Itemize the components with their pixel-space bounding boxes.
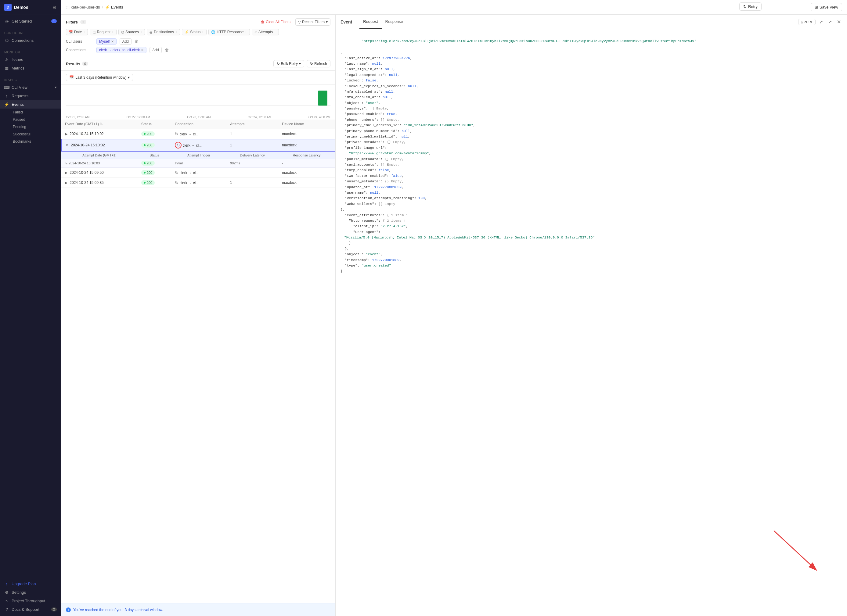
refresh-button[interactable]: ↻ Refresh (307, 60, 331, 68)
sidebar-item-metrics[interactable]: ▦ Metrics (0, 64, 61, 72)
events-bread-label: Events (111, 5, 123, 9)
sidebar-item-requests[interactable]: ↕ Requests (0, 91, 61, 100)
expand-row-button[interactable]: ▶ (65, 132, 68, 136)
sidebar-item-docs[interactable]: ? Docs & Support 2 (0, 605, 61, 613)
tab-response[interactable]: Response (382, 15, 407, 29)
sidebar-item-label: Events (12, 102, 24, 107)
expand-panel-button[interactable]: ⤢ (818, 18, 825, 26)
sub-table-header-row: Attempt Date (GMT+1) Status Attempt Trig… (61, 151, 335, 159)
bulk-retry-button[interactable]: ↻ Bulk Retry ▾ (273, 60, 304, 68)
close-panel-button[interactable]: ✕ (836, 18, 842, 26)
col-device: Device Name (278, 119, 335, 129)
expand-row-button[interactable]: ▶ (65, 171, 68, 175)
filter-pill-request[interactable]: ⬚ Request + (90, 29, 117, 35)
sidebar-item-events[interactable]: ⚡ Events (0, 100, 61, 109)
save-view-label: Save View (819, 5, 838, 9)
sidebar-item-label: Connections (12, 38, 34, 43)
breadcrumb-events: ⚡ Events (105, 5, 123, 9)
sidebar-item-get-started[interactable]: ◎ Get Started 1 (0, 17, 61, 25)
plus-icon: + (245, 30, 247, 34)
add-cli-user-button[interactable]: Add (120, 38, 131, 44)
delete-cli-filter-button[interactable]: 🗑 (134, 39, 139, 44)
sidebar-item-label: Get Started (12, 19, 32, 24)
table-row-expanded: ▼ 2024-10-24 15:10:02 200 ↻ (61, 139, 335, 151)
docs-badge: 2 (51, 607, 57, 612)
filter-pill-date[interactable]: 📅 Date + (66, 29, 88, 35)
add-connection-button[interactable]: Add (149, 47, 161, 53)
code-line: "phone_numbers": [] Empty, (341, 117, 842, 122)
sidebar-bottom: ↑ Upgrade Plan ⚙ Settings ∿ Project Thro… (0, 577, 61, 616)
code-line: "user_agent": (341, 229, 842, 235)
time-range-label: Last 3 days (Retention window) (75, 75, 126, 80)
sidebar-item-issues[interactable]: ⚠ Issues (0, 55, 61, 64)
clear-all-filters-button[interactable]: 🗑 Clear All Filters (261, 20, 291, 24)
sidebar-item-successful[interactable]: Successful (9, 131, 61, 138)
sidebar-item-throughput[interactable]: ∿ Project Throughput (0, 597, 61, 605)
delete-connection-filter-button[interactable]: 🗑 (165, 47, 169, 52)
filter-pill-http-response[interactable]: 🌐 HTTP Response + (208, 29, 250, 35)
retry-icon[interactable]: ↻ (175, 142, 182, 149)
code-line: "two_factor_enabled": false, (341, 173, 842, 179)
connection-cell: ↻ clerk → cl... (171, 139, 226, 151)
results-label: Results (66, 62, 80, 66)
chevron-down-icon: ▾ (128, 75, 130, 80)
sidebar-item-connections[interactable]: ⬡ Connections (0, 36, 61, 44)
code-view[interactable]: "https://img.clerk.com/eyJ0eXBlIjoiZGVmY… (336, 29, 847, 616)
chart-label-5: Oct 24, 4:00 PM (308, 116, 331, 119)
sidebar-collapse-button[interactable]: ⊟ (52, 4, 57, 10)
open-new-button[interactable]: ↗ (827, 18, 833, 26)
connections-filter-label: Connections (66, 48, 93, 52)
code-line: "primary_web3_wallet_id": null, (341, 134, 842, 139)
events-sub-menu: Failed Paused Pending Successful Bookmar… (0, 109, 61, 145)
filter-pill-sources[interactable]: ◎ Sources + (118, 29, 145, 35)
code-line: "legal_accepted_at": null, (341, 72, 842, 78)
code-line: }, (341, 246, 842, 252)
sidebar-logo: D (4, 4, 12, 11)
curl-button[interactable]: ⎘ cURL (798, 19, 816, 25)
filters-header: Filters 2 🗑 Clear All Filters ▽ Recent F… (66, 18, 331, 26)
attempts-cell: 1 (226, 139, 278, 151)
filter-pill-attempts[interactable]: ↩ Attempts + (252, 29, 279, 35)
filter-rows: CLI Users Myself ✕ Add 🗑 Connections (66, 38, 331, 53)
date-icon: 📅 (69, 30, 73, 34)
code-line: "last_active_at": 1729779001776, (341, 56, 842, 61)
metrics-icon: ▦ (4, 66, 9, 71)
code-line: } (341, 240, 842, 246)
collapse-row-button[interactable]: ▼ (65, 143, 69, 147)
throughput-icon: ∿ (4, 598, 9, 603)
sidebar-item-bookmarks[interactable]: Bookmarks (9, 138, 61, 145)
sub-col-attempt-date: Attempt Date (GMT+1) (61, 151, 137, 159)
events-data-table: Event Date (GMT+1) ⇅ Status Connection A… (61, 119, 335, 188)
filter-pills: 📅 Date + ⬚ Request + ◎ Sources + (66, 29, 331, 35)
status-dot (144, 182, 146, 184)
status-cell: 200 (137, 178, 171, 188)
status-cell: 200 (137, 129, 171, 139)
expand-row-button[interactable]: ▶ (65, 181, 68, 185)
code-line: "https://www.gravatar.com/avatar?d=mp", (341, 151, 842, 156)
sidebar-item-paused[interactable]: Paused (9, 116, 61, 123)
code-line: "totp_enabled": false, (341, 167, 842, 173)
sidebar-item-upgrade[interactable]: ↑ Upgrade Plan (0, 579, 61, 588)
filter-pill-status[interactable]: ⚡ Status + (182, 29, 207, 35)
topbar-actions: ⊞ Save View (811, 3, 842, 11)
device-cell: macdeck (278, 139, 335, 151)
filter-pill-destinations[interactable]: ◎ Destinations + (147, 29, 180, 35)
cli-users-label: CLI Users (66, 39, 93, 44)
tab-request[interactable]: Request (359, 15, 381, 29)
time-range-button[interactable]: 📅 Last 3 days (Retention window) ▾ (66, 74, 133, 81)
sidebar-item-label: Settings (12, 590, 26, 595)
remove-myself-button[interactable]: ✕ (111, 40, 114, 44)
retry-icon: ↻ (277, 62, 280, 66)
code-line: "client_ip": "2.27.4.152", (341, 224, 842, 229)
sidebar-item-cli-view[interactable]: ⌨ CLI View ▾ (0, 83, 61, 91)
sidebar-item-settings[interactable]: ⚙ Settings (0, 588, 61, 597)
remove-connection-button[interactable]: ✕ (141, 48, 144, 52)
sidebar-item-label: Upgrade Plan (12, 582, 36, 586)
recent-filters-button[interactable]: ▽ Recent Filters ▾ (295, 18, 331, 26)
sidebar-item-pending[interactable]: Pending (9, 123, 61, 131)
sidebar-item-failed[interactable]: Failed (9, 109, 61, 116)
get-started-icon: ◎ (4, 19, 9, 24)
save-view-button[interactable]: ⊞ Save View (811, 3, 842, 11)
chevron-down-icon: ▾ (299, 62, 301, 66)
sidebar: D Demos ⊟ ◎ Get Started 1 Configure ⬡ Co… (0, 0, 61, 616)
